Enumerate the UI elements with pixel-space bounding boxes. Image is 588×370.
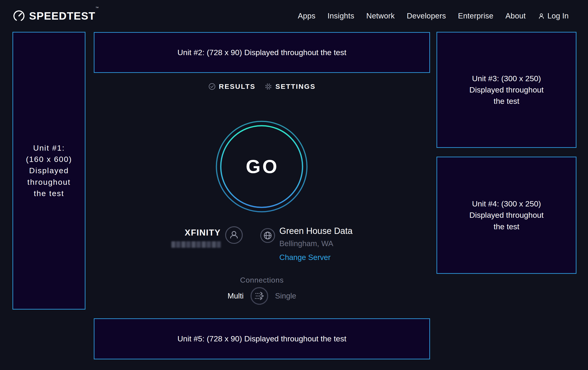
isp-info: XFINITY — [171, 226, 243, 248]
go-button-rings: GO — [213, 118, 310, 215]
ad-slot-unit5-728x90[interactable]: Unit #5: (728 x 90) Displayed throughout… — [94, 318, 430, 359]
nav-item-network[interactable]: Network — [366, 11, 395, 20]
server-name: Green House Data — [279, 226, 353, 236]
trademark-mark: ™ — [95, 6, 99, 10]
login-button[interactable]: Log In — [538, 11, 569, 20]
nav-item-enterprise[interactable]: Enterprise — [458, 11, 493, 20]
nav-item-apps[interactable]: Apps — [298, 11, 315, 20]
ad-text: Unit #5: (728 x 90) Displayed throughout… — [177, 333, 346, 344]
isp-name: XFINITY — [185, 228, 221, 238]
nav-item-about[interactable]: About — [505, 11, 526, 20]
isp-ip-redacted — [171, 241, 221, 248]
isp-user-icon — [225, 226, 243, 244]
connections-single-label[interactable]: Single — [275, 291, 296, 300]
go-button-label: GO — [246, 156, 279, 177]
tab-results[interactable]: RESULTS — [208, 83, 256, 90]
multi-connection-toggle-icon[interactable] — [250, 287, 269, 305]
server-info: Green House Data Bellingham, WA Change S… — [260, 226, 353, 262]
tab-settings[interactable]: SETTINGS — [265, 83, 315, 90]
speedtest-page: SPEEDTEST™ Apps Insights Network Develop… — [0, 0, 588, 370]
connections-toggle-row: Multi Single — [94, 287, 430, 305]
ad-text: Unit #1: (160 x 600) Displayed throughou… — [26, 142, 72, 199]
ad-text: Unit #3: (300 x 250) Displayed throughou… — [469, 73, 543, 107]
isp-text-column: XFINITY — [171, 226, 221, 248]
nav-item-developers[interactable]: Developers — [407, 11, 446, 20]
ad-slot-unit4-300x250[interactable]: Unit #4: (300 x 250) Displayed throughou… — [437, 157, 577, 274]
speedometer-gauge-icon — [12, 10, 25, 22]
user-icon — [538, 12, 545, 20]
go-button[interactable]: GO — [213, 118, 310, 215]
ad-slot-unit2-728x90[interactable]: Unit #2: (728 x 90) Displayed throughout… — [94, 32, 430, 73]
top-nav-bar: SPEEDTEST™ Apps Insights Network Develop… — [0, 0, 588, 32]
nav-menu: Apps Insights Network Developers Enterpr… — [298, 11, 569, 20]
server-location: Bellingham, WA — [279, 239, 334, 248]
logo-text: SPEEDTEST — [29, 10, 95, 22]
change-server-link[interactable]: Change Server — [279, 253, 331, 262]
tab-settings-label: SETTINGS — [275, 83, 315, 90]
connections-multi-label[interactable]: Multi — [228, 291, 244, 300]
ad-slot-unit3-300x250[interactable]: Unit #3: (300 x 250) Displayed throughou… — [437, 32, 577, 148]
server-text-column: Green House Data Bellingham, WA Change S… — [279, 226, 353, 262]
server-globe-icon — [260, 228, 275, 243]
check-circle-icon — [208, 83, 216, 90]
gear-icon — [265, 83, 272, 90]
connection-info-row: XFINITY Green House Data Bellingha — [94, 226, 430, 262]
ad-text: Unit #2: (728 x 90) Displayed throughout… — [177, 47, 346, 58]
results-settings-tabs: RESULTS SETTINGS — [94, 83, 430, 90]
logo-wordmark: SPEEDTEST™ — [29, 10, 99, 22]
speedtest-logo[interactable]: SPEEDTEST™ — [12, 10, 99, 22]
ad-slot-unit1-160x600[interactable]: Unit #1: (160 x 600) Displayed throughou… — [12, 32, 85, 310]
login-label: Log In — [547, 11, 569, 20]
nav-item-insights[interactable]: Insights — [327, 11, 354, 20]
ad-text: Unit #4: (300 x 250) Displayed throughou… — [469, 198, 543, 232]
globe-wrap — [260, 228, 275, 244]
tab-results-label: RESULTS — [219, 83, 256, 90]
connections-label: Connections — [94, 276, 430, 284]
